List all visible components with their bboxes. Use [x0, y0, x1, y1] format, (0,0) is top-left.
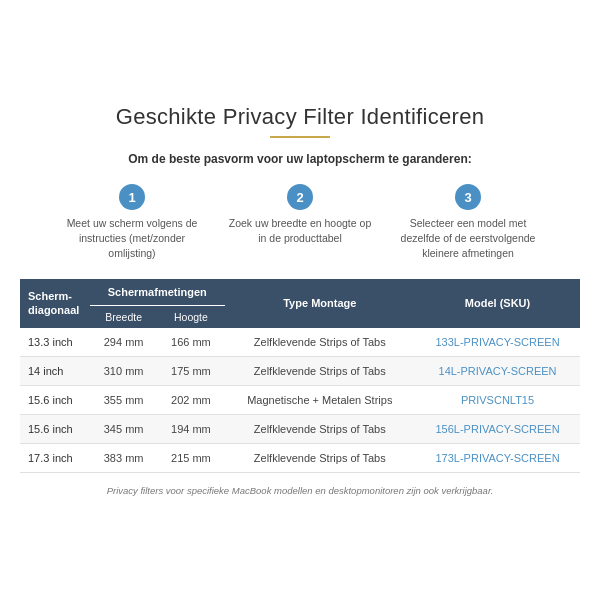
step-3: 3 Selecteer een model met dezelfde of de… — [393, 184, 543, 260]
cell-hoogte: 194 mm — [157, 414, 224, 443]
col-header-hoogte: Hoogte — [157, 305, 224, 328]
cell-hoogte: 215 mm — [157, 443, 224, 472]
cell-hoogte: 166 mm — [157, 328, 224, 357]
step-2-circle: 2 — [287, 184, 313, 210]
cell-montage: Zelfklevende Strips of Tabs — [225, 414, 416, 443]
page-title: Geschikte Privacy Filter Identificeren — [20, 104, 580, 130]
step-1-circle: 1 — [119, 184, 145, 210]
cell-diag: 17.3 inch — [20, 443, 90, 472]
product-table: Scherm- diagonaal Schermafmetingen Type … — [20, 279, 580, 473]
table-row: 15.6 inch 355 mm 202 mm Magnetische + Me… — [20, 385, 580, 414]
cell-montage: Magnetische + Metalen Strips — [225, 385, 416, 414]
col-header-diag: Scherm- diagonaal — [20, 279, 90, 328]
step-2-text: Zoek uw breedte en hoogte op in de produ… — [225, 216, 375, 245]
title-underline — [270, 136, 330, 138]
col-header-group: Schermafmetingen — [90, 279, 225, 306]
step-1: 1 Meet uw scherm volgens de instructies … — [57, 184, 207, 260]
cell-montage: Zelfklevende Strips of Tabs — [225, 443, 416, 472]
table-row: 13.3 inch 294 mm 166 mm Zelfklevende Str… — [20, 328, 580, 357]
cell-breedte: 345 mm — [90, 414, 157, 443]
footnote: Privacy filters voor specifieke MacBook … — [20, 485, 580, 496]
step-3-circle: 3 — [455, 184, 481, 210]
col-header-breedte: Breedte — [90, 305, 157, 328]
subtitle: Om de beste pasvorm voor uw laptopscherm… — [20, 152, 580, 166]
cell-model: 173L-PRIVACY-SCREEN — [415, 443, 580, 472]
cell-breedte: 294 mm — [90, 328, 157, 357]
cell-model: 14L-PRIVACY-SCREEN — [415, 356, 580, 385]
cell-diag: 13.3 inch — [20, 328, 90, 357]
cell-diag: 15.6 inch — [20, 385, 90, 414]
step-2: 2 Zoek uw breedte en hoogte op in de pro… — [225, 184, 375, 260]
cell-diag: 15.6 inch — [20, 414, 90, 443]
cell-breedte: 383 mm — [90, 443, 157, 472]
cell-breedte: 355 mm — [90, 385, 157, 414]
page-container: Geschikte Privacy Filter Identificeren O… — [10, 84, 590, 515]
cell-hoogte: 175 mm — [157, 356, 224, 385]
cell-model: PRIVSCNLT15 — [415, 385, 580, 414]
step-1-text: Meet uw scherm volgens de instructies (m… — [57, 216, 207, 260]
table-row: 14 inch 310 mm 175 mm Zelfklevende Strip… — [20, 356, 580, 385]
cell-model: 133L-PRIVACY-SCREEN — [415, 328, 580, 357]
step-3-text: Selecteer een model met dezelfde of de e… — [393, 216, 543, 260]
cell-montage: Zelfklevende Strips of Tabs — [225, 328, 416, 357]
cell-hoogte: 202 mm — [157, 385, 224, 414]
cell-diag: 14 inch — [20, 356, 90, 385]
col-header-montage: Type Montage — [225, 279, 416, 328]
steps-container: 1 Meet uw scherm volgens de instructies … — [20, 184, 580, 260]
col-header-model: Model (SKU) — [415, 279, 580, 328]
cell-model: 156L-PRIVACY-SCREEN — [415, 414, 580, 443]
cell-breedte: 310 mm — [90, 356, 157, 385]
cell-montage: Zelfklevende Strips of Tabs — [225, 356, 416, 385]
table-row: 17.3 inch 383 mm 215 mm Zelfklevende Str… — [20, 443, 580, 472]
table-row: 15.6 inch 345 mm 194 mm Zelfklevende Str… — [20, 414, 580, 443]
